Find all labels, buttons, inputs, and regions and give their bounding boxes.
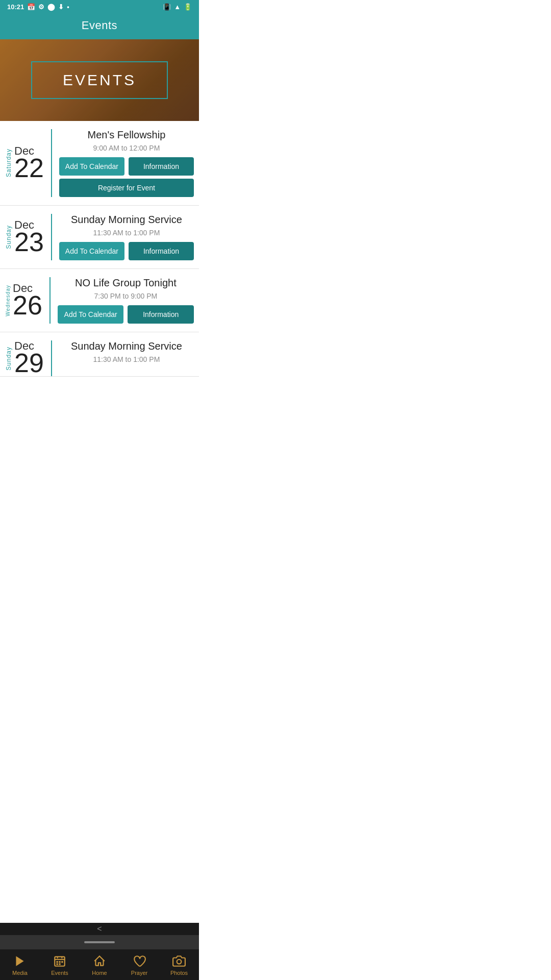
event-time-2: 11:30 AM to 1:00 PM (59, 229, 194, 237)
app-header: Events (0, 14, 199, 39)
date-col-4: Sunday Dec 29 (5, 340, 47, 376)
event-buttons-1: Add To Calendar Information (59, 157, 194, 176)
date-number-col-4: Dec 29 (14, 340, 44, 376)
date-col-2: Sunday Dec 23 (5, 214, 47, 260)
divider-2 (51, 214, 52, 260)
hero-label: EVENTS (31, 61, 168, 99)
event-title-1: Men's Fellowship (59, 129, 194, 141)
time-display: 10:21 (7, 3, 24, 11)
vibrate-icon: 📳 (163, 3, 171, 11)
event-time-1: 9:00 AM to 12:00 PM (59, 144, 194, 152)
circle-icon: ⬤ (47, 3, 55, 11)
date-number-col-2: Dec 23 (14, 219, 44, 255)
divider-4 (51, 340, 52, 376)
day-number-4: 29 (14, 350, 44, 376)
information-button-2[interactable]: Information (129, 242, 194, 260)
hero-banner: EVENTS (0, 39, 199, 121)
register-button-1[interactable]: Register for Event (59, 179, 194, 197)
gear-icon: ⚙ (38, 3, 44, 11)
event-time-3: 7:30 PM to 9:00 PM (58, 292, 194, 300)
battery-icon: 🔋 (184, 3, 192, 11)
event-time-4: 11:30 AM to 1:00 PM (59, 355, 194, 363)
event-item-1: Saturday Dec 22 Men's Fellowship 9:00 AM… (0, 121, 199, 206)
event-item-4: Sunday Dec 29 Sunday Morning Service 11:… (0, 332, 199, 377)
date-number-col-3: Dec 26 (13, 283, 42, 318)
dot-icon: • (67, 3, 69, 11)
day-number-1: 22 (14, 155, 44, 181)
header-title: Events (82, 19, 117, 32)
divider-1 (51, 129, 52, 197)
add-to-calendar-button-1[interactable]: Add To Calendar (59, 157, 124, 176)
add-to-calendar-button-2[interactable]: Add To Calendar (59, 242, 124, 260)
event-details-2: Sunday Morning Service 11:30 AM to 1:00 … (56, 214, 194, 260)
event-details-3: NO Life Group Tonight 7:30 PM to 9:00 PM… (55, 277, 194, 324)
day-label-4: Sunday (5, 347, 12, 371)
calendar-icon: 📅 (27, 3, 35, 11)
add-to-calendar-button-3[interactable]: Add To Calendar (58, 305, 124, 324)
status-bar: 10:21 📅 ⚙ ⬤ ⬇ • 📳 ▲ 🔋 (0, 0, 199, 14)
event-title-2: Sunday Morning Service (59, 214, 194, 226)
day-label-2: Sunday (5, 225, 12, 249)
event-details-1: Men's Fellowship 9:00 AM to 12:00 PM Add… (56, 129, 194, 197)
information-button-3[interactable]: Information (128, 305, 194, 324)
day-label-1: Saturday (5, 149, 12, 177)
event-item-3: Wednesday Dec 26 NO Life Group Tonight 7… (0, 269, 199, 332)
date-number-col-1: Dec 22 (14, 145, 44, 181)
events-list: Saturday Dec 22 Men's Fellowship 9:00 AM… (0, 121, 199, 428)
download-icon: ⬇ (58, 3, 64, 11)
event-buttons-3: Add To Calendar Information (58, 305, 194, 324)
event-details-4: Sunday Morning Service 11:30 AM to 1:00 … (56, 340, 194, 376)
event-title-4: Sunday Morning Service (59, 340, 194, 352)
day-number-2: 23 (14, 229, 44, 255)
date-col-1: Saturday Dec 22 (5, 129, 47, 197)
event-item-2: Sunday Dec 23 Sunday Morning Service 11:… (0, 206, 199, 269)
status-left: 10:21 📅 ⚙ ⬤ ⬇ • (7, 3, 69, 11)
divider-3 (49, 277, 51, 324)
date-col-3: Wednesday Dec 26 (5, 277, 45, 324)
wifi-icon: ▲ (174, 3, 181, 11)
event-buttons-2: Add To Calendar Information (59, 242, 194, 260)
day-label-3: Wednesday (5, 285, 11, 316)
day-number-3: 26 (13, 292, 42, 318)
information-button-1[interactable]: Information (129, 157, 194, 176)
status-right: 📳 ▲ 🔋 (163, 3, 192, 11)
event-title-3: NO Life Group Tonight (58, 277, 194, 289)
